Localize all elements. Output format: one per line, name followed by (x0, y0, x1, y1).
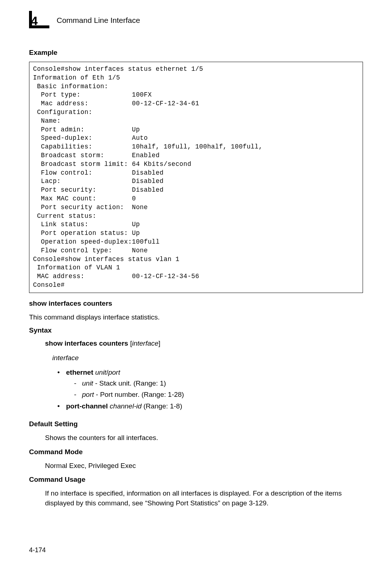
port-italic: port (82, 391, 94, 398)
command-usage-text: If no interface is specified, informatio… (45, 489, 363, 508)
command-mode-heading: Command Mode (29, 448, 363, 456)
ethernet-port-italic: port (108, 369, 120, 376)
portchannel-italic: channel-id (108, 402, 142, 410)
portchannel-bold: port-channel (66, 402, 108, 410)
page-number: 4-174 (29, 546, 46, 554)
command-mode-text: Normal Exec, Privileged Exec (45, 461, 363, 471)
ethernet-bold: ethernet (66, 369, 93, 376)
header-title: Command Line Interface (57, 16, 140, 25)
ethernet-dash-list: unit - Stack unit. (Range: 1) port - Por… (74, 378, 363, 400)
syntax-open-bracket: [ (128, 339, 132, 347)
portchannel-rest: (Range: 1-8) (142, 402, 182, 410)
syntax-command: show interfaces counters [interface] (45, 339, 363, 347)
section-title: show interfaces counters (29, 300, 363, 308)
example-heading: Example (29, 49, 363, 57)
bullet-portchannel: port-channel channel-id (Range: 1-8) (57, 401, 363, 411)
syntax-cmd-italic: interface (132, 339, 159, 347)
syntax-cmd-bold: show interfaces counters (45, 339, 128, 347)
default-setting-text: Shows the counters for all interfaces. (45, 433, 363, 443)
unit-desc: - Stack unit. (Range: 1) (93, 379, 166, 387)
default-setting-heading: Default Setting (29, 420, 363, 428)
section-description: This command displays interface statisti… (29, 313, 363, 322)
example-code-block: Console#show interfaces status ethernet … (29, 62, 363, 293)
chapter-icon: 4 (29, 11, 50, 30)
unit-italic: unit (82, 379, 93, 387)
syntax-close-bracket: ] (159, 339, 160, 347)
ethernet-unit-italic: unit (93, 369, 106, 376)
dash-port: port - Port number. (Range: 1-28) (74, 389, 363, 400)
syntax-bullet-list: ethernet unit/port unit - Stack unit. (R… (57, 367, 363, 411)
dash-unit: unit - Stack unit. (Range: 1) (74, 378, 363, 388)
port-desc: - Port number. (Range: 1-28) (94, 391, 184, 398)
chapter-number: 4 (31, 14, 38, 28)
interface-label: interface (52, 354, 363, 362)
bullet-ethernet: ethernet unit/port unit - Stack unit. (R… (57, 367, 363, 400)
syntax-heading: Syntax (29, 326, 363, 334)
page-header: 4 Command Line Interface (29, 11, 363, 30)
command-usage-heading: Command Usage (29, 476, 363, 484)
